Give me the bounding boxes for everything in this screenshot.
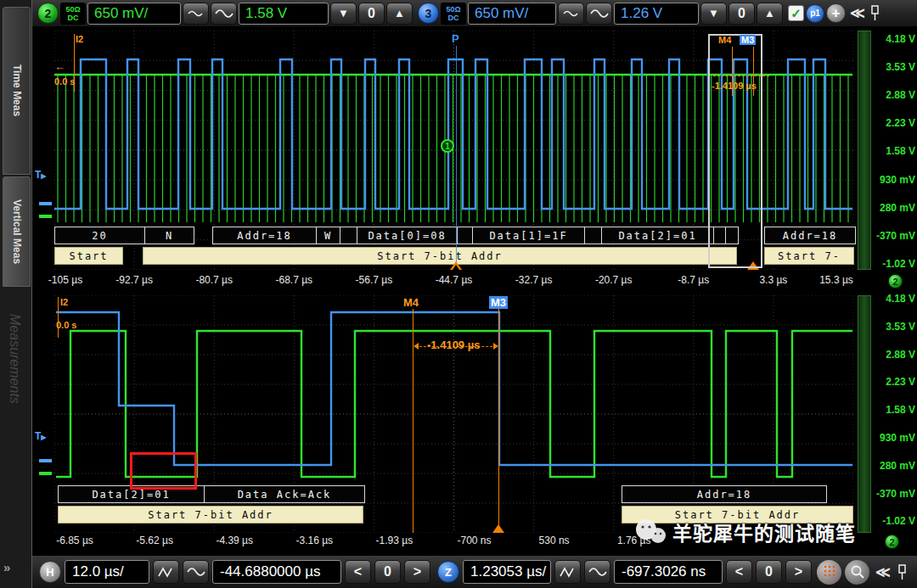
search-icon[interactable] (845, 560, 869, 585)
trigger-position-label[interactable]: P (452, 32, 459, 45)
marker-m3-line[interactable] (498, 309, 499, 533)
decode-cell: Addr=18 (213, 227, 317, 244)
channel-2-scale-field[interactable]: 650 mV/ (87, 3, 181, 25)
channel-3-fine-scale-button[interactable] (558, 3, 584, 25)
decode-state-box: Start (54, 247, 123, 265)
timebase-scale-field[interactable]: 12.0 µs/ (65, 560, 149, 584)
decode-cell (585, 227, 602, 244)
channel-2-badge[interactable]: 2 (37, 3, 59, 24)
channel-3-coarse-scale-button[interactable] (586, 3, 612, 25)
zoom-window-box[interactable] (708, 34, 762, 268)
sine-large-icon (590, 7, 609, 20)
probe-pin-icon[interactable] (897, 564, 908, 580)
expand-panel-icon[interactable]: » (3, 560, 10, 574)
add-button[interactable]: + (826, 3, 846, 23)
time-axis-tick-label: -700 ns (457, 535, 491, 546)
time-axis-tick-label: 15.3 µs (819, 274, 853, 286)
measurements-panel-label: Measurements (7, 314, 22, 404)
channel-3-badge[interactable]: 3 (418, 3, 439, 24)
time-axis-tick-label: -80.7 µs (195, 274, 233, 286)
trigger-time-marker[interactable] (450, 261, 462, 270)
timebase-zoom-in-button[interactable] (183, 560, 209, 584)
voltage-axis-tick-label: -1.02 V (873, 515, 915, 527)
coupling-impedance: 50Ω (65, 5, 80, 14)
tab-time-meas[interactable]: Time Meas (3, 7, 31, 175)
p1-enable-checkbox[interactable]: ✓ (788, 5, 804, 21)
channel-2-ground-marker[interactable] (39, 472, 52, 475)
marker-m4-label[interactable]: M4 (403, 296, 419, 309)
channel-3-offset-zero-button[interactable]: 0 (729, 3, 755, 25)
decode-cell (458, 227, 473, 244)
sine-large-icon (588, 566, 607, 578)
channel-3-offset-field[interactable]: 1.26 V (614, 3, 699, 25)
time-axis-tick-label: -6.85 µs (56, 535, 93, 546)
marker-m4-label[interactable]: M4 (718, 35, 731, 45)
zoom-position-left-button[interactable]: < (726, 560, 752, 584)
decode-cell: Addr=18 (765, 227, 855, 244)
zoom-scale-in-button[interactable] (584, 560, 610, 584)
marker-position-indicator[interactable] (492, 524, 504, 533)
channel-3-coupling[interactable]: 50Ω DC (441, 3, 466, 25)
trigger-level-marker[interactable]: T▶ (35, 169, 47, 181)
axis-channel-badge: 2 (885, 535, 899, 549)
timebase-position-field[interactable]: -44.6880000 µs (212, 560, 341, 584)
voltage-axis-tick-label: 2.23 V (873, 376, 915, 388)
zoom-scale-out-button[interactable] (554, 560, 581, 584)
timebase-position-right-button[interactable]: > (404, 560, 430, 584)
bus-reference-line (58, 297, 59, 338)
coupling-mode: DC (448, 14, 459, 22)
channel-3-scale-field[interactable]: 650 mV/ (468, 3, 556, 25)
voltage-axis-tick-label: 930 mV (873, 174, 915, 186)
collapse-toolbar-icon[interactable]: ≪ (847, 4, 868, 22)
channel-2-offset-field[interactable]: 1.58 V (239, 3, 329, 25)
channel-2-offset-down-button[interactable]: ▼ (330, 3, 357, 25)
acquisition-mode-icon[interactable] (817, 560, 841, 585)
voltage-axis-tick-label: 4.18 V (873, 293, 915, 305)
zoom-badge[interactable]: Z (437, 561, 459, 583)
delta-arrow-right-icon (493, 343, 498, 350)
channel-3-offset-down-button[interactable]: ▼ (700, 3, 727, 25)
time-axis-tick-label: -20.7 µs (595, 274, 633, 286)
marker-m3-label[interactable]: M3 (740, 35, 756, 45)
channel-2-coupling[interactable]: 50Ω DC (60, 3, 86, 25)
trigger-level-marker[interactable]: T▶ (35, 430, 47, 442)
decode-cell: N (145, 227, 194, 244)
zoom-position-right-button[interactable]: > (785, 560, 812, 584)
measurement-1-marker[interactable]: 1 (441, 139, 454, 153)
timebase-position-left-button[interactable]: < (345, 560, 371, 584)
time-axis-tick-label: -5.62 µs (136, 535, 173, 546)
voltage-axis-bar-bottom (858, 295, 871, 533)
channel-2-offset-zero-button[interactable]: 0 (358, 3, 385, 25)
channel-3-ground-marker[interactable] (39, 459, 52, 462)
zoom-position-zero-button[interactable]: 0 (756, 560, 782, 584)
channel-3-offset-up-button[interactable]: ▲ (757, 3, 783, 25)
zoom-position-field[interactable]: -697.3026 ns (614, 560, 723, 584)
voltage-axis-tick-label: 3.53 V (873, 321, 915, 333)
collapse-toolbar-icon[interactable]: ≪ (873, 563, 893, 581)
channel-3-ground-marker[interactable] (39, 202, 52, 205)
horizontal-badge[interactable]: H (39, 561, 61, 583)
channel-2-coarse-scale-button[interactable] (211, 3, 237, 25)
sine-large-icon (187, 566, 205, 578)
decode-frame-box: Addr=18WData[0]=08Data[1]=1FData[2]=01 (212, 227, 739, 244)
channel-2-ground-marker[interactable] (39, 215, 52, 218)
voltage-axis-tick-label: 1.58 V (873, 404, 915, 416)
decode-cell: Data[0]=08 (357, 227, 458, 244)
time-axis-tick-label: -44.7 µs (436, 274, 473, 286)
decode-cell: 20 (55, 227, 145, 244)
probe-pin-icon[interactable] (869, 5, 880, 21)
zoom-scale-field[interactable]: 1.23053 µs/ (463, 560, 551, 584)
channel-2-fine-scale-button[interactable] (183, 3, 209, 25)
timebase-position-zero-button[interactable]: 0 (374, 560, 401, 584)
p1-badge[interactable]: p1 (806, 4, 824, 23)
bus-time-label: 0.0 s (54, 76, 75, 87)
marker-m3-label[interactable]: M3 (489, 296, 508, 309)
tab-vertical-meas[interactable]: Vertical Meas (3, 176, 31, 287)
dotted-columns-icon (822, 564, 837, 580)
decode-cell: Data[2]=01 (602, 227, 714, 244)
timebase-zoom-out-button[interactable] (153, 560, 179, 584)
time-axis-tick-label: -105 µs (48, 274, 82, 286)
sine-small-icon (188, 8, 205, 19)
channel-2-offset-up-button[interactable]: ▲ (386, 3, 413, 25)
voltage-axis-tick-label: -370 mV (873, 230, 915, 242)
